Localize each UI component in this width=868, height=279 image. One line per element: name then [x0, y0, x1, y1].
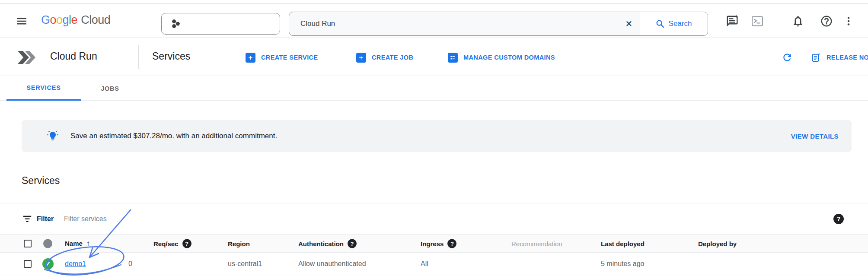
- page-header: Cloud Run Services CREATE SERVICE CREATE…: [0, 38, 868, 76]
- service-link-demo1[interactable]: demo1: [65, 260, 86, 268]
- bell-icon: [791, 15, 804, 28]
- logo-letter: o: [56, 13, 63, 27]
- create-job-button[interactable]: CREATE JOB: [356, 49, 413, 66]
- authentication-value: Allow unauthenticated: [298, 260, 366, 268]
- header-divider: [138, 45, 139, 69]
- column-recommendation-label: Recommendation: [511, 240, 562, 247]
- cloud-console-screen: G o o g l e Cloud ✕: [0, 0, 868, 279]
- help-icon[interactable]: [820, 14, 833, 28]
- column-authentication[interactable]: Authentication ?: [298, 239, 357, 248]
- plus-icon: [246, 53, 255, 63]
- column-region-label: Region: [228, 240, 250, 247]
- clear-search-icon[interactable]: ✕: [619, 12, 639, 35]
- authentication-help-icon[interactable]: ?: [348, 239, 357, 248]
- tab-jobs-label: JOBS: [101, 85, 119, 92]
- top-app-bar: G o o g l e Cloud ✕: [0, 3, 868, 38]
- search-button-label: Search: [669, 19, 692, 28]
- column-last-deployed[interactable]: Last deployed: [601, 240, 645, 247]
- more-options-icon[interactable]: [843, 14, 854, 28]
- tab-services[interactable]: SERVICES: [6, 76, 81, 101]
- filter-bar: Filter ?: [0, 203, 868, 234]
- ingress-help-icon[interactable]: ?: [447, 239, 456, 248]
- column-recommendation: Recommendation: [511, 240, 562, 247]
- hamburger-icon: [16, 16, 27, 26]
- plus-icon: [356, 53, 366, 63]
- tab-bar: SERVICES JOBS: [0, 76, 868, 101]
- column-region[interactable]: Region: [228, 240, 250, 247]
- release-notes-icon: [811, 53, 821, 63]
- column-last-deployed-label: Last deployed: [601, 240, 645, 247]
- column-name-label: Name: [65, 240, 83, 247]
- column-authentication-label: Authentication: [298, 240, 344, 247]
- release-notes-label: RELEASE NOTES: [827, 54, 868, 61]
- status-column-icon: [43, 239, 52, 248]
- column-ingress-label: Ingress: [421, 240, 444, 247]
- manage-custom-domains-label: MANAGE CUSTOM DOMAINS: [463, 54, 555, 61]
- chat-sparkle-icon: [726, 15, 739, 28]
- column-deployed-by[interactable]: Deployed by: [698, 240, 737, 247]
- ai-chat-icon[interactable]: [725, 14, 739, 28]
- view-details-button[interactable]: VIEW DETAILS: [791, 133, 839, 140]
- table-help-icon[interactable]: ?: [833, 214, 844, 224]
- refresh-icon[interactable]: [780, 51, 794, 64]
- logo-letter: G: [41, 13, 50, 27]
- column-req-sec-label: Req/sec: [153, 240, 179, 247]
- project-picker-button[interactable]: [161, 13, 280, 35]
- last-deployed-value: 5 minutes ago: [601, 260, 645, 268]
- column-deployed-by-label: Deployed by: [698, 240, 737, 247]
- req-sec-help-icon[interactable]: ?: [182, 239, 191, 248]
- req-sec-value: 0: [128, 260, 132, 268]
- manage-custom-domains-button[interactable]: MANAGE CUSTOM DOMAINS: [448, 49, 555, 66]
- logo-letter: o: [50, 13, 57, 27]
- lightbulb-icon: [47, 130, 59, 142]
- search-bar: ✕ Search: [289, 12, 708, 36]
- create-service-label: CREATE SERVICE: [261, 54, 318, 61]
- section-title: Services: [22, 175, 60, 187]
- search-icon: [655, 19, 665, 29]
- filter-icon: [22, 215, 32, 223]
- logo-letter: g: [63, 13, 69, 27]
- region-value: us-central1: [228, 260, 262, 268]
- create-service-button[interactable]: CREATE SERVICE: [246, 49, 318, 66]
- logo-suffix: Cloud: [81, 13, 110, 27]
- table-row[interactable]: ✓ demo1 0 us-central1 Allow unauthentica…: [0, 253, 868, 275]
- column-name[interactable]: Name ↑: [65, 239, 90, 248]
- release-notes-button[interactable]: RELEASE NOTES: [811, 49, 868, 66]
- column-req-sec[interactable]: Req/sec ?: [153, 239, 191, 248]
- status-ok-icon: ✓: [42, 258, 54, 269]
- create-job-label: CREATE JOB: [372, 54, 413, 61]
- project-hexagons-icon: [170, 18, 182, 29]
- terminal-icon: [751, 15, 764, 28]
- search-input[interactable]: [289, 12, 619, 35]
- filter-label: Filter: [37, 215, 54, 223]
- domains-icon: [448, 53, 458, 63]
- menu-icon[interactable]: [15, 14, 29, 28]
- logo-letter: e: [71, 13, 78, 27]
- select-all-checkbox[interactable]: [24, 240, 32, 247]
- column-ingress[interactable]: Ingress ?: [421, 239, 456, 248]
- sort-ascending-icon[interactable]: ↑: [86, 239, 90, 248]
- row-checkbox[interactable]: [24, 260, 32, 268]
- ingress-value: All: [421, 260, 428, 268]
- cloud-run-logo: [16, 47, 38, 70]
- page-title: Cloud Run: [50, 51, 97, 62]
- notifications-icon[interactable]: [791, 14, 805, 28]
- table-header: Name ↑ Req/sec ? Region Authentication ?…: [0, 234, 868, 253]
- vertical-dots-icon: [843, 15, 854, 28]
- google-cloud-logo[interactable]: G o o g l e Cloud: [41, 13, 110, 27]
- clear-glyph: ✕: [625, 19, 633, 29]
- filter-input[interactable]: [64, 215, 367, 223]
- savings-banner: Save an estimated $307.28/mo. with an ad…: [22, 120, 852, 152]
- question-circle-icon: [820, 15, 833, 28]
- search-button[interactable]: Search: [639, 12, 708, 35]
- page-breadcrumb: Services: [152, 51, 190, 62]
- tab-services-label: SERVICES: [26, 84, 61, 91]
- cloud-shell-icon[interactable]: [750, 14, 764, 28]
- banner-message: Save an estimated $307.28/mo. with an ad…: [70, 132, 277, 140]
- tab-jobs[interactable]: JOBS: [81, 76, 139, 101]
